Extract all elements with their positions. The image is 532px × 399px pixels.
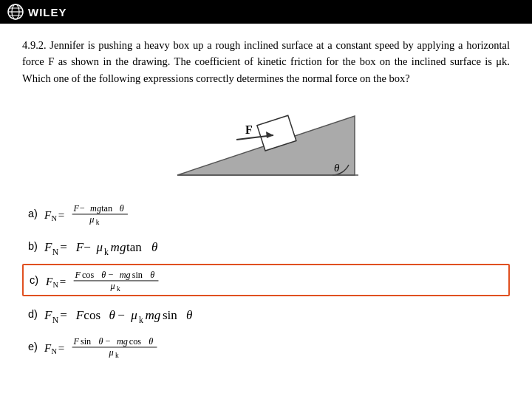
svg-text:μ: μ <box>109 348 114 358</box>
svg-text:cos: cos <box>83 309 100 323</box>
option-c: c) F N = F cos θ − mg sin θ μ k <box>22 264 510 296</box>
svg-text:sin: sin <box>163 309 177 323</box>
formula-c: F N = F cos θ − mg sin θ μ k <box>46 268 227 292</box>
svg-text:F: F <box>44 241 52 255</box>
globe-icon <box>7 4 24 20</box>
svg-text:k: k <box>96 219 100 225</box>
svg-text:=: = <box>60 309 67 323</box>
option-b: b) F N = F − μ k mg tan θ <box>22 231 510 261</box>
svg-text:θ: θ <box>101 270 106 281</box>
option-d: d) F N = F cos θ − μ k mg sin θ <box>22 299 510 329</box>
svg-text:=: = <box>60 276 66 287</box>
svg-text:=: = <box>58 342 65 354</box>
diagram-svg: F θ <box>163 94 369 190</box>
svg-text:k: k <box>104 248 109 257</box>
svg-text:θ: θ <box>334 162 340 174</box>
option-a: a) F N = F − mg tan θ μ k <box>22 199 510 228</box>
svg-text:θ: θ <box>151 241 157 255</box>
option-e: e) F N = F sin θ − mg cos θ μ k <box>22 332 510 361</box>
svg-text:F: F <box>245 123 253 136</box>
svg-text:θ: θ <box>120 204 124 214</box>
option-b-label: b) <box>28 240 44 252</box>
svg-text:N: N <box>51 215 57 223</box>
svg-text:θ: θ <box>186 309 192 323</box>
svg-text:N: N <box>51 348 57 356</box>
svg-text:F: F <box>44 309 52 323</box>
svg-text:N: N <box>52 316 59 325</box>
formula-d: F N = F cos θ − μ k mg sin θ <box>44 302 265 326</box>
svg-text:sin: sin <box>132 270 143 281</box>
formula-b: F N = F − μ k mg tan θ <box>44 234 233 258</box>
svg-text:μ: μ <box>89 215 94 225</box>
svg-text:tan: tan <box>101 204 112 214</box>
option-e-label: e) <box>28 341 44 352</box>
svg-text:=: = <box>58 209 65 221</box>
formula-a: F N = F − mg tan θ μ k <box>44 202 197 225</box>
svg-text:−: − <box>80 204 85 214</box>
svg-text:k: k <box>115 352 119 358</box>
formula-e: F N = F sin θ − mg cos θ μ k <box>44 335 225 358</box>
question-text: 4.9.2. Jennifer is pushing a heavy box u… <box>22 37 510 86</box>
header: WILEY <box>0 0 532 24</box>
svg-text:−: − <box>106 337 111 347</box>
svg-text:sin: sin <box>81 337 91 347</box>
svg-text:F: F <box>75 309 84 323</box>
diagram-container: F θ <box>22 94 510 190</box>
svg-text:tan: tan <box>126 241 142 255</box>
option-d-label: d) <box>28 308 44 320</box>
option-c-label: c) <box>30 274 46 286</box>
svg-text:k: k <box>139 316 143 325</box>
options-list: a) F N = F − mg tan θ μ k b) <box>22 199 510 361</box>
svg-text:μ: μ <box>95 241 103 255</box>
svg-text:−: − <box>83 241 91 255</box>
svg-text:F: F <box>73 337 80 347</box>
svg-text:mg: mg <box>117 337 128 347</box>
svg-text:mg: mg <box>90 204 101 214</box>
svg-text:mg: mg <box>120 270 131 281</box>
wiley-logo: WILEY <box>7 4 67 20</box>
svg-text:μ: μ <box>110 282 115 292</box>
svg-text:N: N <box>52 248 59 257</box>
main-content: 4.9.2. Jennifer is pushing a heavy box u… <box>0 24 532 369</box>
svg-text:N: N <box>52 282 58 290</box>
svg-text:F: F <box>73 204 80 214</box>
svg-text:θ: θ <box>150 270 154 281</box>
svg-text:F: F <box>75 270 81 281</box>
svg-text:μ: μ <box>130 309 137 323</box>
svg-text:=: = <box>60 241 67 255</box>
svg-text:θ: θ <box>98 337 103 347</box>
svg-text:mg: mg <box>111 241 126 255</box>
svg-text:−: − <box>109 270 114 281</box>
svg-text:cos: cos <box>129 337 142 347</box>
svg-text:θ: θ <box>109 309 115 323</box>
wiley-logo-text: WILEY <box>28 6 67 18</box>
option-a-label: a) <box>28 208 44 219</box>
svg-text:cos: cos <box>82 270 95 281</box>
svg-text:mg: mg <box>146 309 161 323</box>
svg-text:F: F <box>75 241 84 255</box>
svg-text:k: k <box>117 285 120 292</box>
svg-text:−: − <box>117 309 125 323</box>
svg-text:θ: θ <box>149 337 153 347</box>
